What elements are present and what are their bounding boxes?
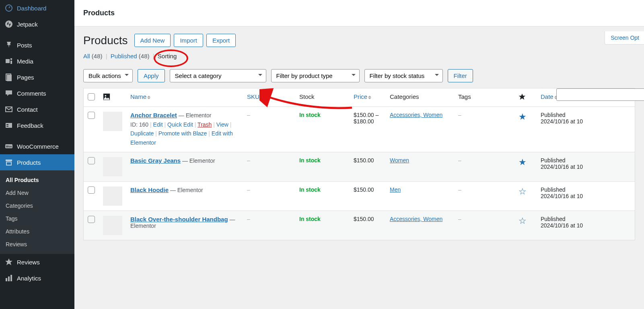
sidebar-item-contact[interactable]: Contact xyxy=(0,101,74,117)
duplicate-link[interactable]: Duplicate xyxy=(130,130,154,137)
sidebar-label: Jetpack xyxy=(17,21,38,28)
table-row: Black Hoodie — Elementor – In stock $150… xyxy=(84,182,635,211)
product-name-cell: Anchor Bracelet — Elementor ID: 160 | Ed… xyxy=(126,107,243,152)
product-thumbnail[interactable] xyxy=(103,216,122,235)
stock-status-select[interactable]: Filter by stock status xyxy=(364,69,443,82)
sidebar-label: WooCommerce xyxy=(17,143,59,150)
top-header: Products xyxy=(74,0,644,27)
trash-link[interactable]: Trash xyxy=(198,121,212,128)
search-input[interactable] xyxy=(556,88,644,101)
sku-value: – xyxy=(247,112,250,118)
export-button[interactable]: Export xyxy=(206,34,236,47)
column-date[interactable]: Date xyxy=(541,93,558,100)
submenu-tags[interactable]: Tags xyxy=(0,212,74,225)
column-price[interactable]: Price xyxy=(354,93,371,100)
svg-rect-3 xyxy=(7,75,12,81)
sidebar-item-media[interactable]: Media xyxy=(0,53,74,69)
image-icon xyxy=(103,93,110,100)
bulk-actions-select[interactable]: Bulk actions xyxy=(83,69,133,82)
submenu-all-products[interactable]: All Products xyxy=(0,174,74,186)
category-link[interactable]: Accessories, Women xyxy=(390,216,442,222)
featured-star-icon[interactable]: ☆ xyxy=(518,216,527,226)
import-button[interactable]: Import xyxy=(174,34,203,47)
main-content: Products Screen Opt Products Add New Imp… xyxy=(74,0,644,309)
select-all-checkbox[interactable] xyxy=(88,93,95,100)
svg-rect-6 xyxy=(6,124,8,125)
feedback-icon xyxy=(5,121,13,129)
svg-rect-10 xyxy=(6,160,12,161)
submenu-categories[interactable]: Categories xyxy=(0,199,74,212)
apply-button[interactable]: Apply xyxy=(138,69,165,82)
featured-star-icon[interactable]: ★ xyxy=(518,112,527,122)
mail-icon xyxy=(5,105,13,113)
sidebar-item-dashboard[interactable]: Dashboard xyxy=(0,0,74,16)
sidebar-item-pages[interactable]: Pages xyxy=(0,69,74,85)
row-actions: ID: 160 | Edit | Quick Edit | Trash | Vi… xyxy=(130,120,239,147)
category-select[interactable]: Select a category xyxy=(170,69,266,82)
sidebar-item-posts[interactable]: Posts xyxy=(0,37,74,53)
pages-icon xyxy=(5,73,13,81)
add-new-button[interactable]: Add New xyxy=(134,34,171,47)
stock-status: In stock xyxy=(299,112,321,118)
row-checkbox[interactable] xyxy=(88,112,95,119)
column-name[interactable]: Name xyxy=(130,93,150,100)
products-icon xyxy=(5,158,13,166)
sidebar-item-jetpack[interactable]: Jetpack xyxy=(0,16,74,32)
product-title-link[interactable]: Black Over-the-shoulder Handbag xyxy=(130,216,228,223)
sidebar-item-products[interactable]: Products xyxy=(0,154,74,170)
sidebar-label: Posts xyxy=(17,42,32,49)
date-cell: Published2024/10/16 at 10 xyxy=(537,182,635,211)
quick-edit-link[interactable]: Quick Edit xyxy=(167,121,193,128)
featured-star-icon[interactable]: ★ xyxy=(518,157,527,167)
sidebar-label: Media xyxy=(17,58,33,65)
blaze-link[interactable]: Promote with Blaze xyxy=(158,130,207,137)
column-sku[interactable]: SKU xyxy=(247,93,263,100)
column-tags: Tags xyxy=(454,88,514,107)
submenu-add-new[interactable]: Add New xyxy=(0,186,74,199)
product-title-link[interactable]: Anchor Bracelet xyxy=(130,112,177,119)
filter-sorting[interactable]: Sorting xyxy=(158,53,177,59)
row-checkbox[interactable] xyxy=(88,216,95,223)
sidebar-label: Dashboard xyxy=(17,5,46,12)
tags-value: – xyxy=(458,186,461,193)
column-image xyxy=(99,88,126,107)
filter-button[interactable]: Filter xyxy=(448,69,473,82)
price-value: $150.00 xyxy=(350,211,386,240)
tags-value: – xyxy=(458,216,461,222)
edit-link[interactable]: Edit xyxy=(153,121,163,128)
analytics-icon xyxy=(5,274,13,282)
sidebar-item-reviews[interactable]: Reviews xyxy=(0,254,74,270)
column-categories: Categories xyxy=(386,88,454,107)
product-thumbnail[interactable] xyxy=(103,186,122,206)
product-title-link[interactable]: Basic Gray Jeans xyxy=(130,157,181,164)
tags-value: – xyxy=(458,157,461,164)
submenu-reviews[interactable]: Reviews xyxy=(0,238,74,251)
dashboard-icon xyxy=(5,4,13,12)
sidebar-item-woocommerce[interactable]: WooWooCommerce xyxy=(0,138,74,154)
sku-value: – xyxy=(247,157,250,164)
sku-value: – xyxy=(247,186,250,193)
row-checkbox[interactable] xyxy=(88,186,95,194)
star-icon xyxy=(518,93,526,100)
filter-published[interactable]: Published xyxy=(111,53,137,59)
all-count: (48) xyxy=(92,53,103,59)
view-link[interactable]: View xyxy=(216,121,228,128)
category-link[interactable]: Men xyxy=(390,186,401,193)
category-link[interactable]: Accessories, Women xyxy=(390,112,442,118)
date-cell: Published2024/10/16 at 10 xyxy=(537,152,635,182)
category-link[interactable]: Women xyxy=(390,157,409,164)
sidebar-item-analytics[interactable]: Analytics xyxy=(0,270,74,286)
builder-label: — Elementor xyxy=(179,112,212,119)
sidebar-item-feedback[interactable]: Feedback xyxy=(0,117,74,133)
featured-star-icon[interactable]: ☆ xyxy=(518,186,527,196)
filter-all[interactable]: All xyxy=(83,53,90,59)
product-thumbnail[interactable] xyxy=(103,112,122,131)
price-value: $150.00 xyxy=(350,182,386,211)
sidebar-item-comments[interactable]: Comments xyxy=(0,85,74,101)
product-thumbnail[interactable] xyxy=(103,157,122,176)
product-type-select[interactable]: Filter by product type xyxy=(271,69,360,82)
submenu-attributes[interactable]: Attributes xyxy=(0,225,74,238)
published-count: (48) xyxy=(139,53,150,59)
product-title-link[interactable]: Black Hoodie xyxy=(130,186,169,193)
row-checkbox[interactable] xyxy=(88,157,95,164)
